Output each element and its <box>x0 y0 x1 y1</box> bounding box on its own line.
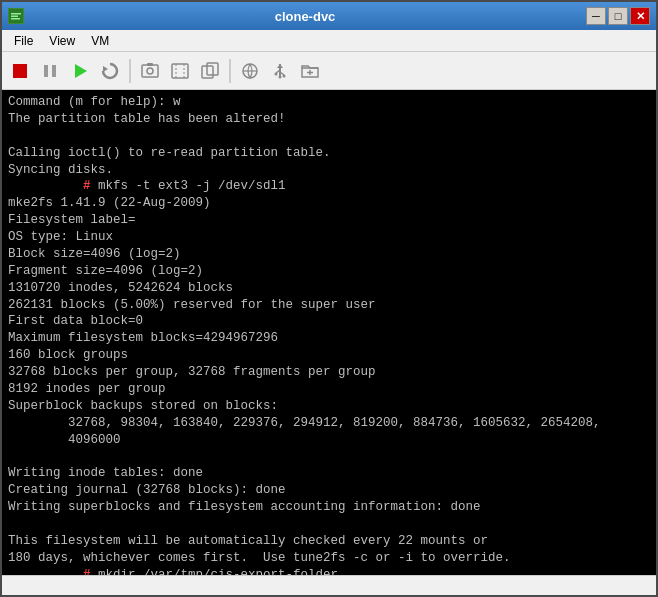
svg-rect-5 <box>44 65 48 77</box>
terminal-line-1: Command (m for help): w The partition ta… <box>8 95 331 177</box>
screenshot-button[interactable] <box>136 57 164 85</box>
svg-marker-7 <box>75 64 87 78</box>
snapshot-button[interactable] <box>166 57 194 85</box>
svg-rect-6 <box>52 65 56 77</box>
window-title: clone-dvc <box>24 9 586 24</box>
svg-point-22 <box>283 74 286 77</box>
shared-folder-button[interactable] <box>296 57 324 85</box>
minimize-button[interactable]: ─ <box>586 7 606 25</box>
usb-button[interactable] <box>266 57 294 85</box>
terminal-prompt-1: # mkfs -t ext3 -j /dev/sdl1 <box>8 179 286 193</box>
svg-rect-4 <box>13 64 27 78</box>
svg-rect-9 <box>142 65 158 77</box>
network-button[interactable] <box>236 57 264 85</box>
menu-view[interactable]: View <box>41 32 83 50</box>
play-button[interactable] <box>66 57 94 85</box>
svg-rect-2 <box>11 16 18 18</box>
toolbar-sep-2 <box>229 59 231 83</box>
svg-rect-3 <box>11 18 20 20</box>
terminal-line-2: mke2fs 1.41.9 (22-Aug-2009) Filesystem l… <box>8 196 601 564</box>
clone-button[interactable] <box>196 57 224 85</box>
svg-point-10 <box>147 68 153 74</box>
window-controls: ─ □ ✕ <box>586 7 650 25</box>
status-bar <box>2 575 656 595</box>
restart-button[interactable] <box>96 57 124 85</box>
window-icon <box>8 8 24 24</box>
stop-button[interactable] <box>6 57 34 85</box>
close-button[interactable]: ✕ <box>630 7 650 25</box>
svg-marker-18 <box>277 64 283 68</box>
toolbar-sep-1 <box>129 59 131 83</box>
menu-file[interactable]: File <box>6 32 41 50</box>
svg-point-21 <box>275 72 278 75</box>
pause-button[interactable] <box>36 57 64 85</box>
svg-rect-11 <box>147 63 153 66</box>
terminal-prompt-2: # mkdir /var/tmp/cis-export-folder <box>8 568 338 576</box>
main-window: clone-dvc ─ □ ✕ File View VM <box>0 0 658 597</box>
svg-rect-1 <box>11 13 21 15</box>
svg-point-23 <box>279 75 282 78</box>
title-bar: clone-dvc ─ □ ✕ <box>2 2 656 30</box>
terminal-output: Command (m for help): w The partition ta… <box>2 90 656 575</box>
menu-bar: File View VM <box>2 30 656 52</box>
toolbar <box>2 52 656 90</box>
menu-vm[interactable]: VM <box>83 32 117 50</box>
svg-rect-12 <box>172 64 188 78</box>
svg-marker-8 <box>103 66 108 72</box>
maximize-button[interactable]: □ <box>608 7 628 25</box>
